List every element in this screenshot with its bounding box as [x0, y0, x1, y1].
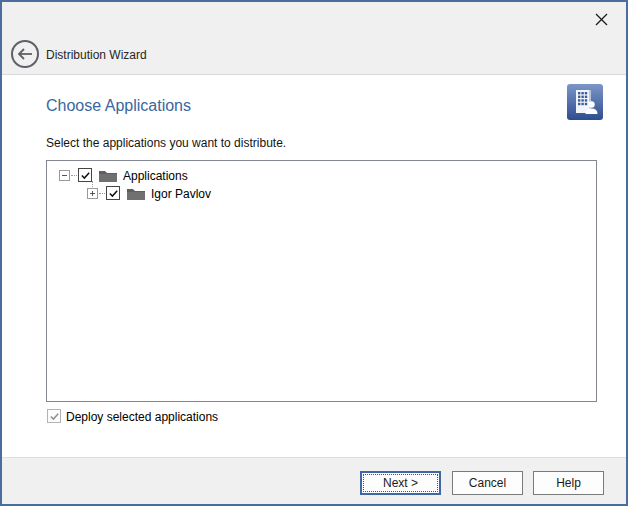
checkmark-icon [108, 188, 119, 199]
folder-icon [99, 169, 117, 182]
cancel-button[interactable]: Cancel [452, 471, 523, 495]
distribution-wizard-window: Distribution Wizard Choose Applications [0, 0, 628, 506]
folder-icon [127, 187, 145, 200]
collapse-expander-icon[interactable] [59, 170, 70, 181]
checkmark-icon [80, 170, 91, 181]
plus-glyph-v [92, 191, 93, 196]
applications-wizard-icon [567, 84, 603, 120]
close-icon[interactable] [590, 8, 612, 30]
expand-expander-icon[interactable] [87, 188, 98, 199]
wizard-header: Distribution Wizard [2, 2, 626, 75]
checkmark-icon [49, 411, 60, 422]
wizard-title: Distribution Wizard [46, 48, 147, 62]
wizard-footer: Next > Cancel Help [2, 457, 626, 504]
tree-label-applications[interactable]: Applications [123, 169, 188, 183]
tree-label-igor-pavlov[interactable]: Igor Pavlov [151, 187, 211, 201]
help-button[interactable]: Help [533, 471, 604, 495]
next-button[interactable]: Next > [360, 471, 441, 495]
checkbox-applications[interactable] [78, 168, 92, 182]
applications-tree[interactable]: Applications [46, 160, 597, 402]
checkbox-igor-pavlov[interactable] [106, 186, 120, 200]
page-title: Choose Applications [46, 97, 191, 115]
back-button[interactable] [11, 40, 39, 68]
minus-glyph [62, 175, 67, 176]
tree-row-igor-pavlov[interactable]: Igor Pavlov [47, 185, 596, 203]
left-arrow-icon [16, 47, 34, 61]
tree-row-applications[interactable]: Applications [47, 167, 596, 185]
instruction-text: Select the applications you want to dist… [46, 136, 286, 150]
deploy-checkbox [47, 409, 61, 423]
wizard-page: Choose Applications [2, 76, 626, 457]
deploy-checkbox-label: Deploy selected applications [66, 410, 218, 424]
